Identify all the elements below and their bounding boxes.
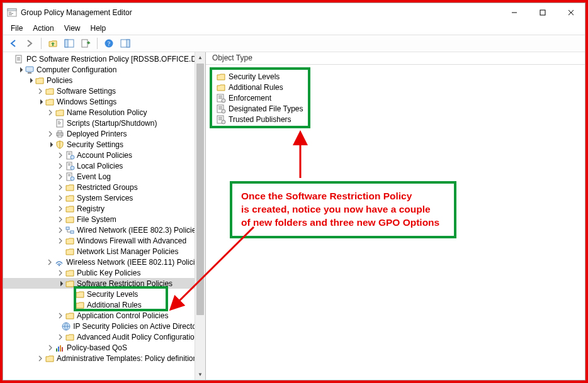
tree-item[interactable]: Policies (3, 75, 205, 86)
tree-item[interactable]: Registry (3, 203, 205, 214)
expander-closed-icon[interactable] (36, 354, 45, 363)
expander-closed-icon[interactable] (56, 172, 65, 181)
column-header-object-type[interactable]: Object Type (206, 52, 585, 65)
menu-help[interactable]: Help (86, 23, 111, 34)
list-item-label: Designated File Types (229, 104, 303, 113)
maximize-button[interactable] (528, 3, 557, 22)
tree-item[interactable]: Computer Configuration (3, 64, 205, 75)
svg-rect-11 (82, 40, 88, 47)
list-item[interactable]: Security Levels (213, 71, 307, 82)
tree-item[interactable]: Public Key Policies (3, 267, 205, 278)
highlight-detail-items: Security Levels Additional Rules Enforce… (210, 67, 310, 128)
tree-item[interactable]: Software Settings (3, 86, 205, 96)
expander-closed-icon[interactable] (46, 130, 55, 138)
expander-closed-icon[interactable] (56, 236, 65, 245)
list-item-label: Trusted Publishers (229, 115, 291, 124)
expander-closed-icon[interactable] (56, 151, 65, 160)
tree-item[interactable]: Windows Settings (3, 96, 205, 107)
expander-closed-icon[interactable] (56, 226, 65, 235)
expander-closed-icon[interactable] (46, 343, 55, 352)
tree-item[interactable]: Advanced Audit Policy Configuration (3, 331, 205, 342)
menu-action[interactable]: Action (28, 23, 59, 34)
folder-icon (65, 332, 75, 342)
setting-icon (216, 114, 226, 125)
expander-closed-icon[interactable] (45, 258, 54, 267)
export-list-button[interactable] (78, 36, 93, 50)
tree-pane[interactable]: PC Software Restriction Policy [RDSSB.OF… (3, 52, 206, 380)
expander-open-icon[interactable] (46, 140, 55, 149)
tree-item-label: Name Resolution Policy (67, 108, 147, 117)
list-item[interactable]: Additional Rules (213, 82, 307, 92)
expander-closed-icon[interactable] (56, 204, 65, 213)
tree-item[interactable]: Application Control Policies (3, 310, 205, 321)
tree-item[interactable]: IP Security Policies on Active Directory (3, 321, 205, 331)
expander-closed-icon[interactable] (56, 162, 65, 170)
scroll-thumb[interactable] (196, 64, 204, 315)
svg-rect-25 (58, 135, 62, 137)
up-folder-button[interactable] (45, 36, 60, 50)
tree-item[interactable]: Security Settings (3, 139, 205, 150)
menu-file[interactable]: File (6, 23, 28, 34)
list-item[interactable]: Enforcement (213, 92, 307, 103)
tree-item[interactable]: Restricted Groups (3, 182, 205, 192)
svg-point-33 (71, 166, 74, 170)
tree-item[interactable]: Policy-based QoS (3, 342, 205, 353)
expander-open-icon[interactable] (36, 97, 45, 106)
tree-item[interactable]: Local Policies (3, 160, 205, 171)
svg-rect-58 (218, 118, 222, 119)
tree-item[interactable]: Event Log (3, 171, 205, 182)
tree-item[interactable]: Name Resolution Policy (3, 107, 205, 118)
tree-item[interactable]: Account Policies (3, 150, 205, 160)
tree-item[interactable]: PC Software Restriction Policy [RDSSB.OF… (3, 53, 205, 64)
list-item[interactable]: Designated File Types (213, 103, 307, 114)
tree-item-label: Policy-based QoS (67, 343, 127, 352)
svg-rect-36 (68, 175, 71, 176)
tree-item[interactable]: Wireless Network (IEEE 802.11) Policies (3, 257, 205, 267)
menu-view[interactable]: View (59, 23, 86, 34)
expander-open-icon[interactable] (26, 76, 35, 85)
scroll-down-arrow[interactable]: ▼ (195, 369, 205, 380)
folder-icon (55, 108, 65, 118)
tree-item[interactable]: Scripts (Startup/Shutdown) (3, 118, 205, 128)
expander-closed-icon[interactable] (56, 311, 65, 320)
svg-rect-21 (28, 72, 31, 74)
tree-item[interactable]: File System (3, 214, 205, 225)
expander-closed-icon[interactable] (56, 194, 65, 203)
tree-item[interactable]: Network List Manager Policies (3, 246, 205, 257)
tree-item[interactable]: System Services (3, 192, 205, 203)
tree-item-label: Computer Configuration (37, 65, 116, 74)
expander-closed-icon[interactable] (56, 183, 65, 192)
back-button[interactable] (6, 36, 21, 50)
tree-item[interactable]: Windows Firewall with Advanced (3, 235, 205, 246)
list-item-label: Enforcement (229, 94, 271, 103)
expander-open-icon[interactable] (56, 279, 65, 288)
folder-icon (216, 82, 226, 92)
ipsec-icon (61, 321, 71, 331)
folder-icon (65, 236, 75, 246)
close-button[interactable] (557, 3, 585, 22)
help-button[interactable]: ? (101, 36, 116, 50)
forward-button[interactable] (22, 36, 37, 50)
computer-icon (25, 65, 35, 75)
expander-closed-icon[interactable] (56, 333, 65, 341)
minimize-button[interactable] (500, 3, 528, 22)
expander-closed-icon[interactable] (46, 108, 55, 117)
scroll-up-arrow[interactable]: ▲ (195, 52, 205, 63)
tree-item[interactable]: Wired Network (IEEE 802.3) Policies (3, 225, 205, 235)
show-hide-actions-button[interactable] (118, 36, 133, 50)
svg-rect-35 (68, 174, 71, 175)
expander-open-icon[interactable] (16, 65, 25, 74)
folder-icon (65, 247, 75, 257)
show-hide-tree-button[interactable] (62, 36, 77, 50)
tree-item[interactable]: Deployed Printers (3, 128, 205, 139)
setting-icon (216, 104, 226, 114)
svg-rect-31 (68, 164, 71, 164)
tree-item[interactable]: Administrative Templates: Policy definit… (3, 353, 205, 364)
expander-closed-icon[interactable] (56, 215, 65, 224)
expander-closed-icon[interactable] (56, 269, 65, 277)
list-item[interactable]: Trusted Publishers (213, 114, 307, 125)
expander-closed-icon[interactable] (36, 87, 45, 96)
svg-rect-57 (218, 117, 222, 118)
network-icon (65, 225, 75, 235)
tree-scrollbar[interactable]: ▲ ▼ (195, 52, 205, 380)
